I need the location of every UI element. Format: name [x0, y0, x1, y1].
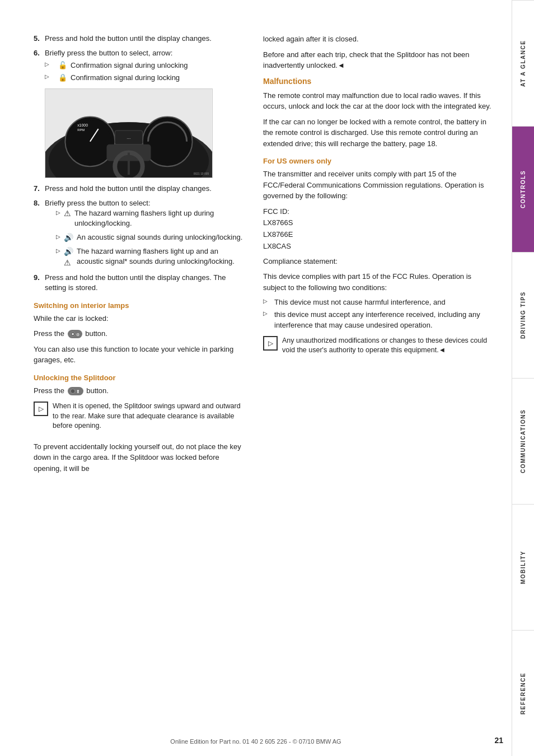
- sidebar-communications[interactable]: COMMUNICATIONS: [512, 378, 534, 504]
- switching-title: Switching on interior lamps: [34, 301, 246, 310]
- interior-button-icon: ⚙: [68, 330, 82, 338]
- step8-sub3: 🔊⚠ The hazard warning flashers light up …: [56, 246, 246, 268]
- switching-text4: You can also use this function to locate…: [34, 344, 246, 366]
- before-text: Before and after each trip, check that t…: [263, 49, 495, 71]
- splitdoor-section: Unlocking the Splitdoor Press the ⬆ butt…: [34, 374, 246, 474]
- svg-text:⬆: ⬆: [76, 389, 80, 394]
- step8-sub2: 🔊 An acoustic signal sounds during unloc…: [56, 232, 246, 244]
- svg-point-19: [71, 389, 75, 393]
- left-column: 5. Press and hold the button until the d…: [34, 34, 246, 734]
- condition-1: This device must not cause harmful inter…: [263, 297, 495, 307]
- step8-sub1: ⚠ The hazard warning flashers light up d…: [56, 208, 246, 228]
- sidebar-at-a-glance[interactable]: AT A GLANCE: [512, 0, 534, 126]
- switching-press: Press the ⚙ button.: [34, 328, 246, 339]
- compliance-label: Compliance statement:: [263, 256, 495, 267]
- right-column: locked again after it is closed. Before …: [257, 34, 495, 734]
- hazard-icon: ⚠: [64, 208, 71, 228]
- main-content: 5. Press and hold the button until the d…: [0, 0, 512, 756]
- step6-sub2: 🔒 Confirmation signal during locking: [45, 73, 246, 83]
- page-wrapper: 5. Press and hold the button until the d…: [0, 0, 534, 756]
- audio-icon: 🔊: [64, 232, 73, 244]
- unlocking-title: Unlocking the Splitdoor: [34, 374, 246, 382]
- step-9: 9. Press and hold the button until the d…: [34, 273, 246, 293]
- splitdoor-button-icon: ⬆: [68, 387, 83, 395]
- step-7: 7. Press and hold the button until the d…: [34, 184, 246, 194]
- step8-subitems: ⚠ The hazard warning flashers light up d…: [56, 208, 246, 268]
- for-us-p1: The transmitter and receiver units compl…: [263, 169, 495, 202]
- svg-point-17: [72, 333, 74, 335]
- sidebar-mobility[interactable]: MOBILITY: [512, 504, 534, 630]
- step-6: 6. Briefly press the button to select, a…: [34, 48, 246, 83]
- compliance-text: This device complies with part 15 of the…: [263, 271, 495, 293]
- step-8: 8. Briefly press the button to select: ⚠…: [34, 198, 246, 268]
- step6-subitems: 🔓 Confirmation signal during unlocking 🔒…: [45, 60, 246, 82]
- steps-list-2: 7. Press and hold the button until the d…: [34, 184, 246, 293]
- hazard-audio-icon: 🔊⚠: [64, 246, 73, 268]
- svg-text:⚙: ⚙: [76, 333, 79, 337]
- fcc-ids: FCC ID: LX8766S LX8766E LX8CAS: [263, 206, 495, 253]
- steps-list: 5. Press and hold the button until the d…: [34, 34, 246, 83]
- notice-icon-2: ▷: [263, 336, 278, 351]
- lock-open-icon: 🔓: [58, 60, 67, 71]
- svg-text:---: ---: [127, 136, 131, 140]
- sidebar: AT A GLANCE CONTROLS DRIVING TIPS COMMUN…: [512, 0, 534, 756]
- svg-point-9: [147, 120, 189, 162]
- malfunction-p1: The remote control may malfunction due t…: [263, 90, 495, 112]
- car-dashboard-image: x1000 RPM ---: [45, 88, 213, 178]
- step6-sub1: 🔓 Confirmation signal during unlocking: [45, 60, 246, 71]
- condition-2: this device must accept any interference…: [263, 310, 495, 330]
- malfunctions-section: Malfunctions The remote control may malf…: [263, 77, 495, 150]
- switching-text1: While the car is locked:: [34, 313, 246, 324]
- sidebar-controls[interactable]: CONTROLS: [512, 126, 534, 252]
- locked-text: To prevent accidentally locking yourself…: [34, 441, 246, 474]
- svg-text:0021 10 005: 0021 10 005: [194, 172, 209, 175]
- conditions-list: This device must not cause harmful inter…: [263, 297, 495, 330]
- svg-text:RPM: RPM: [77, 128, 85, 132]
- continued-text: locked again after it is closed.: [263, 34, 495, 45]
- step-5: 5. Press and hold the button until the d…: [34, 34, 246, 44]
- notice-icon-1: ▷: [34, 402, 48, 416]
- malfunctions-title: Malfunctions: [263, 77, 495, 86]
- notice2-box: ▷ Any unauthorized modifications or chan…: [263, 336, 495, 360]
- switching-section: Switching on interior lamps While the ca…: [34, 301, 246, 366]
- page-number: 21: [494, 736, 503, 745]
- splitdoor-notice: ▷ When it is opened, the Splitdoor swing…: [34, 402, 246, 436]
- sidebar-reference[interactable]: REFERENCE: [512, 630, 534, 756]
- for-us-section: For US owners only The transmitter and r…: [263, 157, 495, 360]
- malfunction-p2: If the car can no longer be locked with …: [263, 116, 495, 150]
- sidebar-driving-tips[interactable]: DRIVING TIPS: [512, 252, 534, 378]
- notice1-text: When it is opened, the Splitdoor swings …: [53, 402, 246, 431]
- notice2-text: Any unauthorized modifications or change…: [282, 336, 495, 356]
- lock-closed-icon: 🔒: [58, 73, 67, 83]
- unlocking-press: Press the ⬆ button.: [34, 385, 246, 396]
- svg-text:x1000: x1000: [77, 123, 88, 127]
- page-footer: Online Edition for Part no. 01 40 2 605 …: [0, 738, 512, 745]
- for-us-title: For US owners only: [263, 157, 495, 165]
